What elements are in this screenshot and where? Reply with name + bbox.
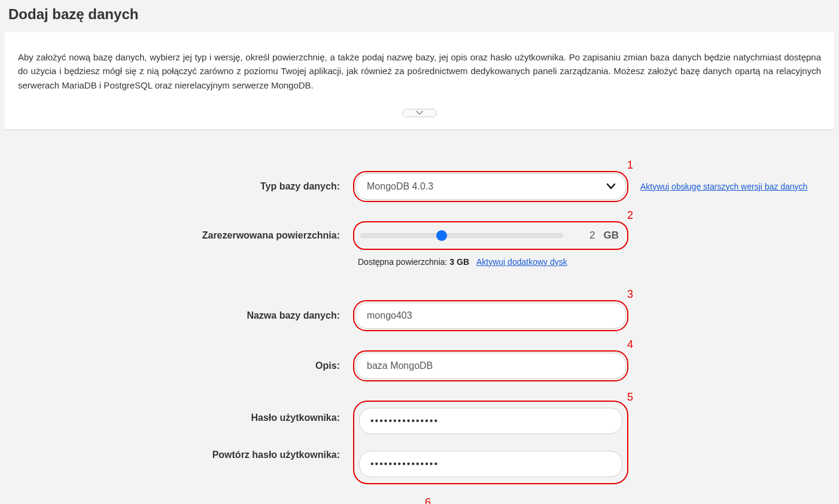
chevron-down-icon — [606, 182, 616, 191]
info-description: Aby założyć nową bazę danych, wybierz je… — [18, 50, 821, 92]
db-name-input[interactable] — [355, 303, 626, 329]
annotation-marker-2: 2 — [627, 209, 633, 222]
expand-button[interactable] — [402, 109, 437, 117]
slider-thumb[interactable] — [436, 230, 447, 241]
available-space-label: Dostępna powierzchnia: — [358, 257, 449, 267]
form-section: Typ bazy danych: 1 MongoDB 4.0.3 Aktywuj… — [0, 147, 839, 504]
extra-disk-link[interactable]: Aktywuj dodatkowy dysk — [476, 257, 567, 267]
password-input[interactable] — [359, 408, 622, 434]
db-type-select[interactable]: MongoDB 4.0.3 — [355, 173, 626, 200]
password-repeat-label: Powtórz hasło użytkownika: — [12, 450, 353, 460]
legacy-versions-link[interactable]: Aktywuj obsługę starszych wersji baz dan… — [640, 182, 807, 191]
annotation-marker-5: 5 — [627, 391, 633, 404]
available-space-value: 3 GB — [449, 257, 469, 267]
annotation-marker-4: 4 — [627, 338, 633, 351]
db-type-value: MongoDB 4.0.3 — [367, 181, 433, 192]
info-card: Aby założyć nową bazę danych, wybierz je… — [5, 32, 834, 129]
description-input[interactable] — [355, 353, 626, 379]
reserved-space-label: Zarezerwowana powierzchnia: — [12, 230, 353, 241]
reserved-space-input[interactable] — [572, 230, 595, 242]
db-type-label: Typ bazy danych: — [12, 181, 353, 192]
password-label: Hasło użytkownika: — [12, 401, 353, 423]
chevron-down-icon — [416, 108, 423, 118]
description-label: Opis: — [12, 361, 353, 371]
reserved-space-unit: GB — [604, 230, 622, 242]
annotation-marker-6: 6 — [425, 496, 431, 504]
page-title: Dodaj bazę danych — [0, 0, 839, 32]
db-name-label: Nazwa bazy danych: — [12, 310, 353, 321]
annotation-marker-1: 1 — [627, 159, 633, 172]
reserved-space-slider[interactable] — [360, 233, 563, 238]
annotation-marker-3: 3 — [627, 288, 633, 301]
